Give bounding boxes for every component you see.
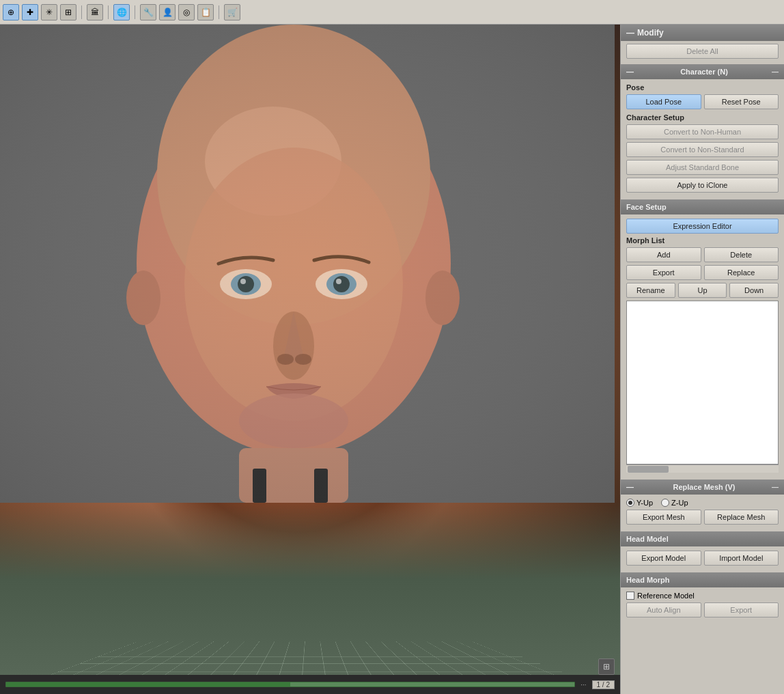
- modify-collapse-icon[interactable]: —: [626, 28, 634, 38]
- apply-iclone-row: Apply to iClone: [626, 178, 779, 193]
- head-morph-buttons-row: Auto Align Export: [626, 602, 779, 617]
- delete-all-row: Delete All: [626, 44, 779, 59]
- face-setup-content: Expression Editor Morph List Add Delete …: [621, 214, 784, 480]
- morph-list-hscroll[interactable]: [626, 464, 779, 473]
- load-pose-button[interactable]: Load Pose: [626, 94, 701, 109]
- export-replace-row: Export Replace: [626, 265, 779, 280]
- modify-title: Modify: [637, 28, 664, 38]
- puppet-icon[interactable]: 👤: [159, 4, 176, 20]
- y-up-radio-item[interactable]: Y-Up: [626, 499, 653, 507]
- head-morph-title: Head Morph: [626, 576, 670, 584]
- replace-morph-button[interactable]: Replace: [704, 265, 779, 280]
- character-section-header: — Character (N) —: [621, 64, 784, 79]
- character-content: Pose Load Pose Reset Pose Character Setu…: [621, 79, 784, 199]
- replace-mesh-expand-icon[interactable]: —: [772, 484, 779, 491]
- copy-icon[interactable]: 📋: [197, 4, 214, 20]
- separator-3: [135, 5, 135, 19]
- export-model-button[interactable]: Export Model: [626, 551, 701, 566]
- wrench-icon[interactable]: 🔧: [140, 4, 156, 20]
- page-indicator: 1 / 2: [592, 680, 615, 689]
- add-morph-button[interactable]: Add: [626, 247, 701, 262]
- export-morph-btn[interactable]: Export: [704, 602, 779, 617]
- pose-row: Load Pose Reset Pose: [626, 94, 779, 109]
- rename-morph-button[interactable]: Rename: [626, 283, 675, 298]
- reference-model-label: Reference Model: [637, 592, 695, 600]
- face-setup-title: Face Setup: [626, 203, 667, 211]
- reference-model-checkbox[interactable]: [626, 592, 634, 600]
- character-expand-icon[interactable]: —: [772, 68, 779, 76]
- status-text: ···: [580, 681, 586, 689]
- modify-header: — Modify: [621, 25, 784, 41]
- grid-floor: [0, 503, 620, 694]
- viewport-status: ··· 1 / 2: [0, 675, 620, 694]
- y-up-label: Y-Up: [636, 499, 653, 507]
- globe-icon[interactable]: 🌐: [113, 4, 130, 20]
- z-up-radio-item[interactable]: Z-Up: [661, 499, 688, 507]
- separator-4: [219, 5, 219, 19]
- character-collapse-icon[interactable]: —: [626, 68, 634, 76]
- delete-morph-button[interactable]: Delete: [704, 247, 779, 262]
- viewport[interactable]: ⊞ ··· 1 / 2: [0, 25, 620, 694]
- scale-icon[interactable]: ⊞: [60, 4, 76, 20]
- adjust-bone-row: Adjust Standard Bone: [626, 160, 779, 175]
- head-model-header: Head Model: [621, 531, 784, 546]
- convert-non-human-button[interactable]: Convert to Non-Human: [626, 124, 779, 139]
- separator-1: [81, 5, 82, 19]
- replace-mesh-button[interactable]: Replace Mesh: [704, 510, 779, 525]
- building-icon[interactable]: 🏛: [87, 4, 103, 20]
- up-morph-button[interactable]: Up: [678, 283, 727, 298]
- move-icon[interactable]: ✚: [22, 4, 38, 20]
- face-svg: [0, 25, 615, 503]
- convert-non-standard-row: Convert to Non-Standard: [626, 142, 779, 157]
- morph-list[interactable]: [626, 301, 779, 464]
- replace-mesh-content: Y-Up Z-Up Export Mesh Replace Mesh: [621, 495, 784, 531]
- character-title: Character (N): [680, 68, 728, 76]
- select-icon[interactable]: ⊕: [3, 4, 19, 20]
- progress-bar: [5, 682, 575, 687]
- mesh-buttons-row: Export Mesh Replace Mesh: [626, 510, 779, 525]
- delete-all-button[interactable]: Delete All: [626, 44, 779, 59]
- reference-model-checkbox-item[interactable]: Reference Model: [626, 592, 779, 600]
- replace-mesh-header: — Replace Mesh (V) —: [621, 480, 784, 495]
- morph-list-hscroll-thumb[interactable]: [628, 466, 669, 473]
- viewport-maximize-icon[interactable]: ⊞: [598, 658, 615, 675]
- add-delete-row: Add Delete: [626, 247, 779, 262]
- auto-align-button[interactable]: Auto Align: [626, 602, 701, 617]
- y-up-radio-circle[interactable]: [626, 499, 634, 507]
- pose-label: Pose: [626, 83, 779, 92]
- rename-up-down-row: Rename Up Down: [626, 283, 779, 298]
- expression-editor-button[interactable]: Expression Editor: [626, 219, 779, 234]
- apply-iclone-button[interactable]: Apply to iClone: [626, 178, 779, 193]
- head-model-buttons-row: Export Model Import Model: [626, 551, 779, 566]
- replace-mesh-collapse-icon[interactable]: —: [626, 483, 634, 491]
- axis-radio-group: Y-Up Z-Up: [626, 499, 779, 507]
- morph-list-label: Morph List: [626, 236, 779, 245]
- main-layout: ⊞ ··· 1 / 2 — Modify Delete All — Charac…: [0, 25, 784, 694]
- cart-icon[interactable]: 🛒: [224, 4, 240, 20]
- head-morph-content: Reference Model Auto Align Export: [621, 587, 784, 624]
- down-morph-button[interactable]: Down: [729, 283, 779, 298]
- adjust-bone-button[interactable]: Adjust Standard Bone: [626, 160, 779, 175]
- convert-non-standard-button[interactable]: Convert to Non-Standard: [626, 142, 779, 157]
- toolbar: ⊕ ✚ ✳ ⊞ 🏛 🌐 🔧 👤 ◎ 📋 🛒: [0, 0, 784, 25]
- separator-2: [108, 5, 109, 19]
- face-setup-header: Face Setup: [621, 199, 784, 214]
- z-up-label: Z-Up: [671, 499, 688, 507]
- rotate-icon[interactable]: ✳: [41, 4, 57, 20]
- head-model-content: Export Model Import Model: [621, 546, 784, 572]
- z-up-radio-circle[interactable]: [661, 499, 669, 507]
- expression-editor-row: Expression Editor: [626, 219, 779, 234]
- modify-content: Delete All: [621, 41, 784, 64]
- morph-icon[interactable]: ◎: [178, 4, 195, 20]
- svg-rect-22: [0, 25, 615, 503]
- convert-non-human-row: Convert to Non-Human: [626, 124, 779, 139]
- head-model-title: Head Model: [626, 535, 669, 543]
- character-setup-label: Character Setup: [626, 113, 779, 122]
- export-mesh-button[interactable]: Export Mesh: [626, 510, 701, 525]
- replace-mesh-title: Replace Mesh (V): [673, 483, 735, 491]
- import-model-button[interactable]: Import Model: [704, 551, 779, 566]
- right-panel: — Modify Delete All — Character (N) — Po…: [620, 25, 784, 694]
- progress-fill: [6, 682, 290, 686]
- export-morph-button[interactable]: Export: [626, 265, 701, 280]
- reset-pose-button[interactable]: Reset Pose: [704, 94, 779, 109]
